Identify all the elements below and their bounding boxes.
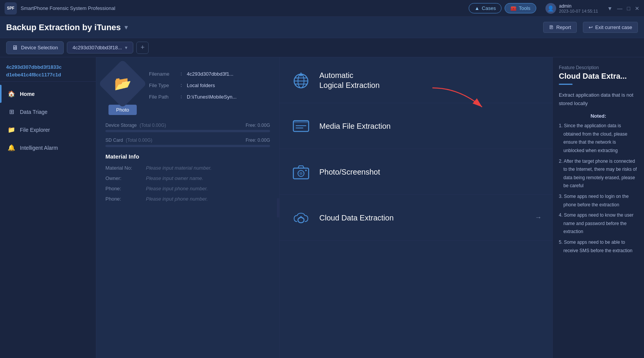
storage-section: Device Storage (Total 0.00G) Free: 0.00G (105, 123, 270, 147)
media-file-icon (290, 117, 312, 135)
photo-screenshot-card[interactable]: Photo/Screenshot (280, 149, 552, 195)
sdcard-label: SD Card (105, 138, 123, 143)
report-icon: 🖹 (549, 24, 554, 30)
home-icon: 🏠 (8, 90, 15, 97)
feature-desc-label: Feature Description (559, 65, 638, 70)
alarm-icon: 🔔 (8, 144, 15, 151)
tools-icon: 🧰 (510, 5, 516, 11)
main-layout: 4c293d307dbbd3f1833c d1ebe41c4f8cc1177c1… (0, 57, 644, 358)
media-file-extraction-card[interactable]: Media File Extraction (280, 103, 552, 149)
card-arrow-icon: → (535, 214, 542, 222)
file-info-section: 📂 Photo Filename ： 4c293d307dbbd3f1... (105, 66, 270, 115)
plus-icon: + (141, 44, 145, 52)
titlebar-actions: ▲ Cases 🧰 Tools 👤 admin 2023-10-07 14:55… (469, 3, 639, 14)
sidebar-item-intelligent-alarm[interactable]: 🔔 Intelligent Alarm (0, 139, 96, 157)
feature-desc-title: Cloud Data Extra... (559, 72, 638, 81)
admin-name: admin (559, 3, 598, 9)
svg-point-15 (305, 170, 307, 171)
device-storage-total: (Total 0.00G) (139, 123, 166, 128)
auto-logical-extraction-card[interactable]: Automatic Logical Extraction (280, 57, 552, 103)
admin-info: admin 2023-10-07 14:55:11 (559, 3, 598, 13)
material-owner-row: Owner: Please input owner name. (105, 175, 270, 181)
sdcard-free: Free: 0.00G (246, 138, 270, 143)
cases-button[interactable]: ▲ Cases (469, 3, 502, 13)
material-title: Material Info (105, 153, 270, 160)
feature-desc-text: Extract application data that is not sto… (559, 91, 638, 108)
feature-notes: 1. Since the application data is obtaine… (559, 122, 638, 255)
topbar-right: 🖹 Report ↩ Exit current case (543, 22, 638, 33)
app-title: SmartPhone Forensic System Professional (21, 5, 469, 11)
chevron-down-icon[interactable]: ▼ (607, 5, 613, 11)
window-controls: ▼ — □ ✕ (607, 5, 639, 11)
svg-rect-9 (293, 121, 309, 123)
add-tab-button[interactable]: + (136, 42, 149, 54)
media-file-label: Media File Extraction (319, 121, 391, 131)
sidebar-device-id: 4c293d307dbbd3f1833c d1ebe41c4f8cc1177c1… (0, 57, 96, 82)
device-storage-label: Device Storage (105, 123, 137, 128)
feature-panel: Feature Description Cloud Data Extra... … (552, 57, 644, 358)
material-no-row: Material No: Please input material numbe… (105, 165, 270, 171)
feature-noted-title: Noted: (559, 113, 638, 119)
content-inner: 📂 Photo Filename ： 4c293d307dbbd3f1... (96, 57, 644, 358)
content-area: 📂 Photo Filename ： 4c293d307dbbd3f1... (96, 57, 644, 358)
folder-icon: 📂 (114, 76, 131, 92)
feature-divider (559, 84, 573, 85)
page-title: Backup Extraction by iTunes ▾ (6, 23, 128, 32)
minimize-button[interactable]: — (617, 5, 623, 11)
collapse-panel-button[interactable]: ‹ (277, 198, 280, 217)
app-logo: SPF (5, 2, 17, 15)
page-title-chevron-icon[interactable]: ▾ (125, 24, 128, 31)
sdcard-storage-bar (105, 145, 270, 147)
filepath-row: File Path ： D:\iTunes\MobileSyn... (149, 93, 270, 100)
extraction-panel: Automatic Logical Extraction (280, 57, 552, 358)
sidebar-item-home[interactable]: 🏠 Home (0, 85, 96, 103)
data-triage-icon: ⊞ (8, 108, 15, 115)
svg-point-14 (299, 172, 303, 175)
file-explorer-icon: 📁 (8, 126, 15, 133)
auto-logical-label: Automatic Logical Extraction (319, 70, 380, 90)
maximize-button[interactable]: □ (627, 5, 630, 11)
device-storage-bar (105, 130, 270, 132)
globe-upload-icon (290, 71, 312, 89)
admin-time: 2023-10-07 14:55:11 (559, 9, 598, 13)
sidebar-nav: 🏠 Home ⊞ Data Triage 📁 File Explorer 🔔 I… (0, 82, 96, 358)
file-tab[interactable]: 4c293d307dbbd3f18... ▾ (67, 42, 133, 53)
tools-button[interactable]: 🧰 Tools (505, 3, 536, 13)
topbar: Backup Extraction by iTunes ▾ 🖹 Report ↩… (0, 17, 644, 38)
photo-screenshot-label: Photo/Screenshot (319, 167, 380, 177)
device-selection-tab[interactable]: 🖥 Device Selection (6, 41, 64, 54)
close-button[interactable]: ✕ (635, 5, 639, 11)
material-phone2-row: Phone: Please input phone number. (105, 196, 270, 202)
sidebar-item-data-triage[interactable]: ⊞ Data Triage (0, 103, 96, 121)
device-storage-free: Free: 0.00G (246, 123, 270, 128)
material-section: Material Info Material No: Please input … (105, 153, 270, 202)
material-phone1-row: Phone: Please input phone number. (105, 186, 270, 191)
cloud-data-extraction-card[interactable]: Cloud Data Extraction → (280, 195, 552, 241)
cases-icon: ▲ (474, 5, 479, 11)
titlebar: SPF SmartPhone Forensic System Professio… (0, 0, 644, 17)
tabbar: 🖥 Device Selection 4c293d307dbbd3f18... … (0, 38, 644, 57)
svg-rect-11 (296, 128, 303, 128)
filetype-row: File Type ： Local folders (149, 82, 270, 89)
tab-chevron-icon: ▾ (125, 45, 128, 50)
cloud-data-label: Cloud Data Extraction (319, 213, 394, 223)
device-storage-row: Device Storage (Total 0.00G) Free: 0.00G (105, 123, 270, 132)
svg-point-16 (298, 217, 304, 223)
file-details: Filename ： 4c293d307dbbd3f1... File Type… (149, 66, 270, 115)
report-button[interactable]: 🖹 Report (543, 22, 577, 33)
exit-icon: ↩ (589, 24, 593, 30)
filename-row: Filename ： 4c293d307dbbd3f1... (149, 70, 270, 77)
sidebar-item-file-explorer[interactable]: 📁 File Explorer (0, 121, 96, 139)
file-icon-area: 📂 Photo (105, 66, 140, 115)
camera-icon (290, 163, 312, 181)
left-panel: 📂 Photo Filename ： 4c293d307dbbd3f1... (96, 57, 280, 358)
cloud-data-icon (290, 209, 312, 227)
svg-rect-10 (296, 125, 306, 126)
sidebar: 4c293d307dbbd3f1833c d1ebe41c4f8cc1177c1… (0, 57, 96, 358)
sdcard-storage-row: SD Card (Total 0.00G) Free: 0.00G (105, 138, 270, 147)
admin-area: 👤 admin 2023-10-07 14:55:11 (545, 3, 598, 14)
monitor-icon: 🖥 (12, 44, 18, 51)
sdcard-total: (Total 0.00G) (126, 138, 152, 143)
exit-case-button[interactable]: ↩ Exit current case (583, 22, 638, 33)
admin-avatar: 👤 (545, 3, 556, 14)
